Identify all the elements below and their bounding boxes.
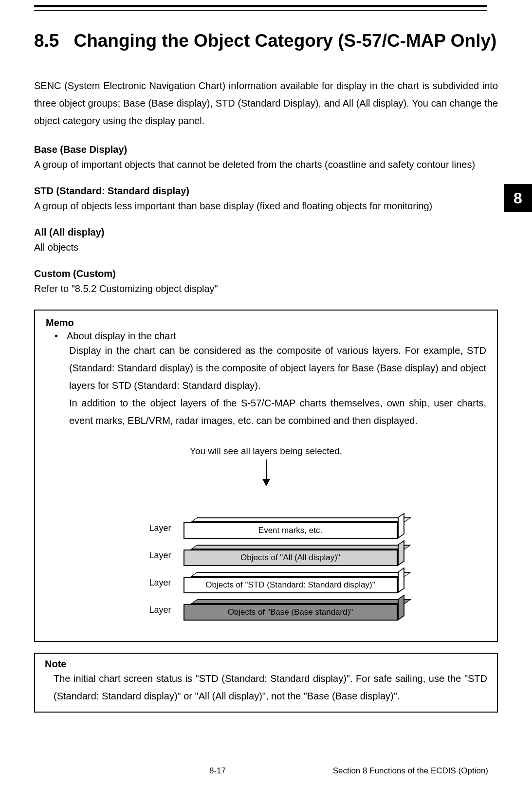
note-box: Note The initial chart screen status is … — [34, 653, 498, 713]
subsection-custom: Custom (Custom) Refer to "8.5.2 Customiz… — [34, 268, 498, 296]
memo-paragraph: In addition to the object layers of the … — [69, 394, 486, 429]
layers-diagram: Layer Event marks, etc. Layer Objects of… — [96, 488, 437, 621]
memo-box: Memo • About display in the chart Displa… — [34, 310, 498, 642]
memo-bullet-row: • About display in the chart — [55, 330, 486, 342]
section-label: Section 8 Functions of the ECDIS (Option… — [333, 766, 488, 776]
chapter-tab: 8 — [504, 184, 532, 212]
note-title: Note — [45, 659, 487, 670]
heading-number: 8.5 — [34, 29, 59, 53]
memo-title: Memo — [46, 317, 486, 329]
layer-label: Layer — [149, 578, 177, 588]
layer-slab-text: Objects of "STD (Standard: Standard disp… — [183, 577, 398, 593]
page: 8.5 Changing the Object Category (S-57/C… — [0, 0, 532, 788]
subsection-body: A group of important objects that cannot… — [34, 157, 498, 172]
subsection-all: All (All display) All objects — [34, 227, 498, 255]
layer-label: Layer — [149, 550, 177, 561]
diagram-caption: You will see all layers being selected. — [46, 446, 486, 457]
layer-row: Layer Objects of "STD (Standard: Standar… — [149, 572, 437, 593]
section-heading: 8.5 Changing the Object Category (S-57/C… — [34, 29, 498, 53]
intro-paragraph: SENC (System Electronic Navigation Chart… — [34, 77, 498, 129]
heading-title: Changing the Object Category (S-57/C-MAP… — [73, 29, 496, 53]
subsection-body: Refer to "8.5.2 Customizing object displ… — [34, 281, 498, 296]
page-footer: 8-17 Section 8 Functions of the ECDIS (O… — [34, 766, 498, 776]
layer-slab-text: Event marks, etc. — [183, 522, 398, 539]
subsection-title: Base (Base Display) — [34, 144, 498, 155]
subsection-title: Custom (Custom) — [34, 268, 498, 279]
layer-label: Layer — [149, 605, 177, 615]
bullet-icon: • — [55, 330, 58, 342]
subsection-body: All objects — [34, 240, 498, 255]
arrow-down-icon — [261, 459, 271, 486]
layer-label: Layer — [149, 523, 177, 533]
layer-slab-text: Objects of "Base (Base standard)" — [183, 604, 398, 621]
header-rule — [34, 5, 487, 11]
layer-row: Layer Event marks, etc. — [149, 517, 437, 539]
layer-row: Layer Objects of "All (All display)" — [149, 545, 437, 566]
memo-bullet-text: About display in the chart — [67, 330, 176, 342]
page-number: 8-17 — [209, 766, 226, 776]
svg-marker-1 — [262, 479, 270, 486]
layer-row: Layer Objects of "Base (Base standard)" — [149, 599, 437, 621]
subsection-title: STD (Standard: Standard display) — [34, 185, 498, 197]
memo-paragraph: Display in the chart can be considered a… — [69, 342, 486, 394]
note-body: The initial chart screen status is "STD … — [54, 670, 487, 705]
subsection-body: A group of objects less important than b… — [34, 199, 498, 213]
subsection-title: All (All display) — [34, 227, 498, 238]
layer-slab-text: Objects of "All (All display)" — [183, 550, 398, 566]
subsection-std: STD (Standard: Standard display) A group… — [34, 185, 498, 213]
subsection-base: Base (Base Display) A group of important… — [34, 144, 498, 172]
